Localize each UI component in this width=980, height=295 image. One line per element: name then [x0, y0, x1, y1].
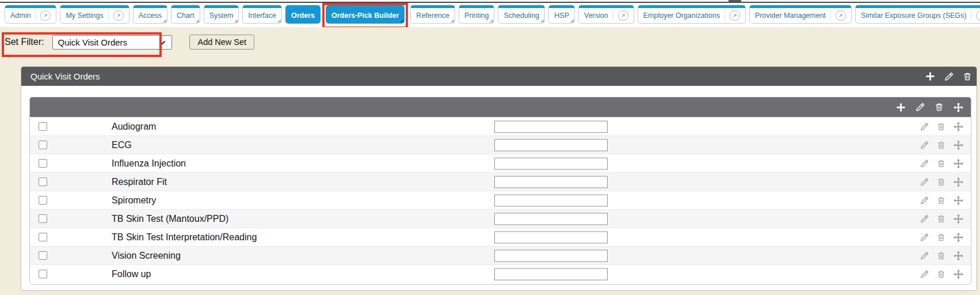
- open-in-new-window-icon[interactable]: [724, 10, 740, 21]
- tab-label: System: [209, 12, 234, 20]
- add-icon[interactable]: [896, 103, 906, 112]
- move-icon[interactable]: [954, 158, 963, 168]
- delete-icon[interactable]: [937, 196, 945, 205]
- add-new-set-button[interactable]: Add New Set: [189, 35, 254, 50]
- order-text-input[interactable]: [494, 120, 608, 133]
- row-actions: [920, 122, 963, 131]
- set-filter-label: Set Filter:: [5, 37, 44, 47]
- row-checkbox[interactable]: [39, 251, 47, 260]
- move-icon[interactable]: [954, 232, 963, 242]
- delete-icon[interactable]: [937, 122, 945, 131]
- open-in-new-window-icon[interactable]: [613, 10, 628, 21]
- move-icon[interactable]: [954, 195, 963, 205]
- move-icon[interactable]: [954, 122, 963, 131]
- order-text-input[interactable]: [494, 157, 608, 169]
- tab-my-settings[interactable]: My Settings: [60, 5, 129, 24]
- edit-icon[interactable]: [920, 177, 929, 186]
- order-label: Spirometry: [112, 195, 156, 206]
- tab-chart[interactable]: Chart: [171, 5, 200, 24]
- row-checkbox[interactable]: [39, 233, 47, 241]
- tab-employer-organizations[interactable]: Employer Organizations: [638, 5, 746, 24]
- orders-table: Audiogram ECG In: [29, 97, 971, 285]
- delete-icon[interactable]: [937, 270, 945, 278]
- tab-orders-pick-builder[interactable]: Orders-Pick Builder: [326, 5, 405, 24]
- delete-icon[interactable]: [937, 214, 945, 223]
- delete-icon[interactable]: [937, 159, 945, 168]
- order-text-input[interactable]: [494, 213, 608, 225]
- edit-icon[interactable]: [920, 251, 929, 260]
- edit-icon[interactable]: [944, 72, 954, 81]
- move-icon[interactable]: [954, 103, 963, 112]
- tab-system[interactable]: System: [204, 5, 239, 24]
- row-actions: [920, 232, 963, 242]
- edit-icon[interactable]: [920, 214, 929, 223]
- order-row: Influenza Injection: [30, 154, 971, 172]
- open-in-new-window-icon[interactable]: [971, 10, 980, 21]
- tab-version[interactable]: Version: [578, 5, 634, 24]
- panel-header-icons: [925, 71, 972, 81]
- order-label: Respirator Fit: [112, 177, 167, 187]
- tab-label: Access: [139, 12, 162, 20]
- order-text-input[interactable]: [494, 194, 608, 206]
- delete-icon[interactable]: [937, 141, 945, 149]
- order-text-input[interactable]: [494, 231, 608, 243]
- set-filter-selected-value: Quick Visit Orders: [58, 37, 127, 47]
- edit-icon[interactable]: [920, 141, 929, 149]
- row-checkbox[interactable]: [39, 270, 47, 278]
- top-edge-fragment: [729, 0, 741, 2]
- move-icon[interactable]: [954, 269, 963, 279]
- edit-icon[interactable]: [920, 122, 929, 131]
- content-area: Set Filter: Quick Visit Orders Add New S…: [0, 27, 980, 295]
- edit-icon[interactable]: [920, 196, 929, 205]
- tab-scheduling[interactable]: Scheduling: [498, 5, 545, 24]
- tab-printing[interactable]: Printing: [459, 5, 494, 24]
- order-text-input[interactable]: [494, 139, 608, 151]
- row-actions: [920, 251, 963, 260]
- open-in-new-window-icon[interactable]: [35, 10, 51, 21]
- tab-label: My Settings: [66, 12, 103, 20]
- tab-reference[interactable]: Reference: [410, 5, 455, 24]
- open-in-new-window-icon[interactable]: [108, 10, 124, 21]
- tab-hsp[interactable]: HSP: [548, 5, 575, 24]
- row-checkbox[interactable]: [39, 159, 47, 168]
- order-label: Follow up: [112, 269, 151, 279]
- delete-icon[interactable]: [937, 177, 945, 186]
- tab-label: Employer Organizations: [643, 12, 720, 20]
- edit-icon[interactable]: [920, 270, 929, 278]
- row-checkbox[interactable]: [39, 196, 47, 205]
- tab-admin[interactable]: Admin: [5, 5, 56, 24]
- tab-provider-management[interactable]: Provider Management: [749, 5, 852, 24]
- row-checkbox[interactable]: [39, 177, 47, 186]
- tab-label: Reference: [416, 12, 449, 20]
- row-checkbox[interactable]: [39, 122, 47, 131]
- set-filter-group: Set Filter: Quick Visit Orders: [5, 35, 172, 50]
- row-checkbox[interactable]: [39, 141, 47, 149]
- order-text-input[interactable]: [494, 249, 608, 262]
- order-row: Vision Screening: [30, 246, 971, 264]
- delete-icon[interactable]: [937, 251, 945, 260]
- order-row: Audiogram: [30, 117, 971, 135]
- tab-interface[interactable]: Interface: [242, 5, 282, 24]
- tab-orders[interactable]: Orders: [285, 5, 321, 24]
- delete-icon[interactable]: [937, 233, 945, 241]
- set-filter-dropdown[interactable]: Quick Visit Orders: [52, 35, 172, 50]
- order-text-input[interactable]: [494, 268, 608, 280]
- move-icon[interactable]: [954, 214, 963, 224]
- move-icon[interactable]: [954, 251, 963, 260]
- row-actions: [920, 195, 963, 205]
- delete-icon[interactable]: [935, 103, 944, 112]
- admin-tab-bar: Admin My Settings Access Chart System In…: [0, 3, 980, 27]
- open-in-new-window-icon[interactable]: [830, 10, 846, 21]
- row-checkbox[interactable]: [39, 214, 47, 223]
- order-label: ECG: [112, 140, 132, 150]
- move-icon[interactable]: [954, 140, 963, 150]
- add-icon[interactable]: [925, 71, 935, 81]
- tab-access[interactable]: Access: [133, 5, 167, 24]
- move-icon[interactable]: [954, 177, 963, 187]
- tab-similar-exposure-groups[interactable]: Similar Exposure Groups (SEGs): [855, 5, 980, 24]
- edit-icon[interactable]: [916, 103, 925, 112]
- order-text-input[interactable]: [494, 176, 608, 188]
- edit-icon[interactable]: [920, 233, 929, 241]
- delete-icon[interactable]: [963, 72, 972, 81]
- edit-icon[interactable]: [920, 159, 929, 168]
